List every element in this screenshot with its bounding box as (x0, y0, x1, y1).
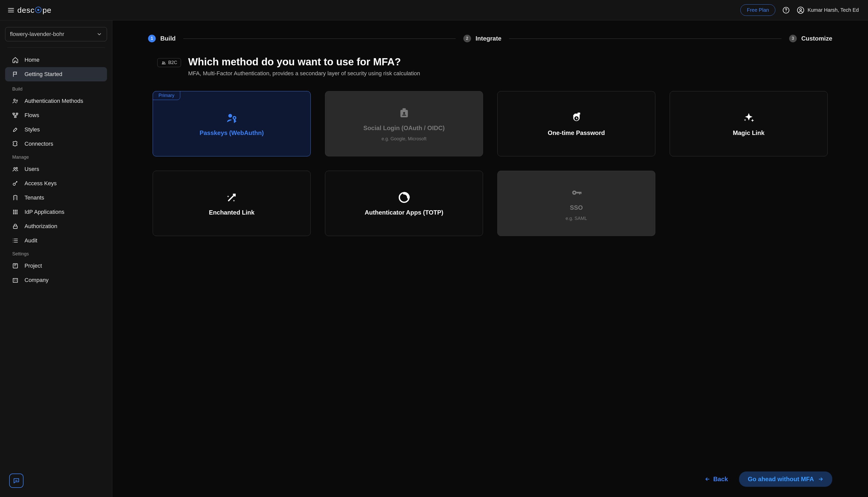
sidebar-item-users[interactable]: Users (5, 162, 107, 176)
sidebar-item-access-keys[interactable]: Access Keys (5, 176, 107, 190)
project-icon (12, 262, 19, 269)
step-integrate[interactable]: 2Integrate (463, 35, 501, 42)
building-icon (12, 194, 19, 201)
sidebar-item-flows[interactable]: Flows (5, 108, 107, 123)
nav-label: Project (25, 262, 42, 269)
chat-widget[interactable] (9, 473, 24, 488)
sidebar-item-connectors[interactable]: Connectors (5, 137, 107, 151)
project-selector[interactable]: flowery-lavender-bohr (5, 27, 107, 41)
section-label: Settings (5, 248, 107, 259)
sparkle-icon (742, 111, 755, 125)
logo-o-icon: ⦿ (34, 6, 42, 14)
nav-label: Tenants (25, 195, 44, 201)
nav-label: Company (25, 277, 48, 283)
forward-label: Go ahead without MFA (748, 475, 814, 483)
section-label: Build (5, 83, 107, 94)
card-title: Magic Link (733, 129, 764, 137)
back-label: Back (713, 475, 728, 483)
method-card-sso: SSOe.g. SAML (497, 171, 655, 236)
step-number: 3 (789, 35, 797, 42)
page-title: Which method do you want to use for MFA? (188, 56, 420, 68)
logo-part: sc (26, 6, 34, 14)
method-card-passkeys-webauthn-[interactable]: PrimaryPasskeys (WebAuthn) (153, 91, 311, 156)
user-menu[interactable]: Kumar Harsh, Tech Ed (797, 6, 859, 14)
hamburger-icon (8, 6, 15, 14)
card-title: Passkeys (WebAuthn) (200, 129, 264, 137)
card-title: SSO (570, 204, 583, 211)
sidebar-item-audit[interactable]: Audit (5, 233, 107, 248)
card-title: Social Login (OAuth / OIDC) (363, 125, 445, 132)
back-button[interactable]: Back (705, 475, 728, 483)
method-card-one-time-password[interactable]: One-time Password (497, 91, 655, 156)
totp-icon (398, 190, 410, 204)
nav-label: Audit (25, 237, 37, 244)
card-title: One-time Password (548, 129, 605, 137)
section-label: Manage (5, 151, 107, 162)
main-content: 1Build2Integrate3Customize B2C Which met… (112, 20, 868, 497)
step-line (183, 39, 456, 39)
help-icon (783, 6, 789, 14)
method-card-enchanted-link[interactable]: Enchanted Link (153, 171, 311, 236)
flows-icon (12, 112, 19, 119)
step-line (509, 39, 782, 39)
app-type-badge: B2C (157, 58, 181, 67)
step-build[interactable]: 1Build (148, 35, 176, 42)
sidebar-item-getting-started[interactable]: Getting Started (5, 67, 107, 81)
chevron-down-icon (97, 31, 102, 37)
users-icon (12, 166, 19, 173)
card-title: Enchanted Link (209, 209, 254, 216)
clock-lock-icon (570, 111, 583, 125)
nav-label: Connectors (25, 141, 53, 147)
nav-label: Getting Started (25, 71, 62, 77)
step-number: 1 (148, 35, 156, 42)
wand-icon (225, 190, 238, 204)
sidebar-item-authentication-methods[interactable]: Authentication Methods (5, 94, 107, 108)
sidebar-item-company[interactable]: Company (5, 273, 107, 287)
flag-icon (12, 71, 19, 78)
nav-label: Authentication Methods (25, 98, 83, 104)
primary-tag: Primary (153, 91, 180, 100)
sidebar: flowery-lavender-bohr HomeGetting Starte… (0, 20, 112, 497)
project-name: flowery-lavender-bohr (10, 31, 64, 38)
skip-mfa-button[interactable]: Go ahead without MFA (739, 471, 832, 487)
page-header: B2C Which method do you want to use for … (148, 56, 832, 77)
chat-icon (13, 477, 20, 484)
user-name: Kumar Harsh, Tech Ed (808, 7, 859, 13)
method-card-magic-link[interactable]: Magic Link (670, 91, 828, 156)
key-icon (12, 180, 19, 187)
method-card-authenticator-apps-totp-[interactable]: Authenticator Apps (TOTP) (325, 171, 483, 236)
list-icon (12, 237, 19, 244)
sidebar-item-idp-applications[interactable]: IdP Applications (5, 205, 107, 219)
arrow-left-icon (705, 476, 710, 482)
page-subtitle: MFA, Multi-Factor Authentication, provid… (188, 70, 420, 77)
menu-toggle[interactable] (4, 6, 17, 14)
grid-icon (12, 209, 19, 216)
passkey-icon (225, 111, 238, 125)
topbar: desc⦿pe Free Plan Kumar Harsh, Tech Ed (0, 0, 868, 20)
logo-part: de (17, 6, 26, 14)
people-icon (161, 60, 166, 65)
help-button[interactable] (783, 6, 789, 14)
free-plan-button[interactable]: Free Plan (740, 4, 775, 16)
sidebar-item-home[interactable]: Home (5, 53, 107, 67)
nav-label: Authorization (25, 223, 57, 230)
company-icon (12, 276, 19, 284)
sso-key-icon (570, 186, 583, 199)
arrow-right-icon (818, 476, 824, 482)
wizard-footer: Back Go ahead without MFA (148, 461, 832, 487)
card-subtitle: e.g. SAML (565, 216, 587, 221)
sidebar-item-tenants[interactable]: Tenants (5, 190, 107, 205)
wizard-stepper: 1Build2Integrate3Customize (148, 35, 832, 42)
sidebar-item-styles[interactable]: Styles (5, 123, 107, 137)
nav-label: Flows (25, 112, 39, 119)
person-key-icon (12, 98, 19, 104)
step-number: 2 (463, 35, 471, 42)
step-label: Integrate (476, 35, 501, 42)
nav-label: Users (25, 166, 39, 172)
nav-label: Access Keys (25, 180, 57, 187)
sidebar-item-project[interactable]: Project (5, 259, 107, 273)
card-subtitle: e.g. Google, Microsoft (381, 136, 426, 142)
step-customize[interactable]: 3Customize (789, 35, 832, 42)
badge-icon (398, 106, 410, 120)
sidebar-item-authorization[interactable]: Authorization (5, 219, 107, 233)
